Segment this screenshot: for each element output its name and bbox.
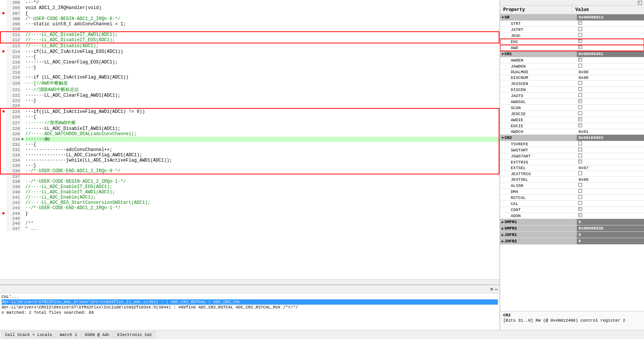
code-line[interactable]: //····LL_ADC_DisableIT_AWD1(ADC1); — [25, 32, 499, 37]
breakpoint-col[interactable] — [0, 98, 6, 103]
prop-child-row[interactable]: EXTSEL0x07 — [500, 165, 644, 171]
prop-child-value[interactable] — [577, 93, 644, 99]
expand-icon[interactable]: ▶ — [502, 227, 504, 231]
breakpoint-col[interactable] — [0, 163, 6, 168]
breakpoint-col[interactable] — [0, 174, 6, 179]
code-scroll[interactable]: 205···*/206void ADC1_2_IRQHandler(void)●… — [0, 0, 499, 279]
prop-child-row[interactable]: JEOCIE — [500, 111, 644, 117]
checkbox-unchecked[interactable] — [578, 171, 582, 175]
code-line[interactable]: ···{ — [25, 114, 499, 120]
breakpoint-col[interactable] — [0, 43, 6, 49]
code-line[interactable]: ·······LL_ADC_DisableIT_AWD1(ADC1); — [25, 126, 499, 131]
checkbox-checked[interactable] — [578, 21, 582, 25]
code-line[interactable]: ·······do — [25, 137, 499, 142]
code-line[interactable]: //·····ADC_WATCHDOG_DEAL(adcConvChannel)… — [25, 131, 499, 137]
code-line[interactable]: ···} — [25, 65, 499, 70]
code-line[interactable]: ···············LL_ADC_ClearFlag_AWD1(ADC… — [25, 153, 499, 158]
breakpoint-col[interactable] — [0, 93, 6, 98]
breakpoint-col[interactable] — [0, 5, 6, 11]
prop-child-row[interactable]: AWDEN — [500, 57, 644, 63]
breakpoint-col[interactable] — [0, 54, 6, 60]
prop-child-row[interactable]: EXTTRIG — [500, 159, 644, 165]
breakpoint-col[interactable] — [0, 126, 6, 131]
prop-child-value[interactable] — [577, 171, 644, 177]
prop-child-row[interactable]: AWDIE — [500, 117, 644, 123]
breakpoint-col[interactable] — [0, 205, 6, 211]
prop-child-value[interactable] — [577, 117, 644, 123]
code-line[interactable]: void ADC1_2_IRQHandler(void) — [25, 5, 499, 11]
breakpoint-col[interactable] — [0, 142, 6, 147]
prop-child-row[interactable]: DISCEN — [500, 87, 644, 93]
prop-child-row[interactable]: JSWSTART — [500, 153, 644, 159]
breakpoint-col[interactable] — [0, 75, 6, 80]
expand-icon[interactable]: ▶ — [502, 233, 504, 237]
code-line[interactable]: } — [25, 211, 499, 216]
prop-child-value[interactable] — [577, 183, 644, 189]
breakpoint-col[interactable] — [0, 195, 6, 200]
prop-child-value[interactable] — [577, 201, 644, 207]
breakpoint-col[interactable] — [0, 70, 6, 75]
prop-child-row[interactable]: SWSTART — [500, 147, 644, 153]
breakpoint-col[interactable] — [0, 168, 6, 174]
checkbox-checked[interactable] — [578, 213, 582, 217]
checkbox-unchecked[interactable] — [578, 148, 582, 151]
prop-child-row[interactable]: JDISCEN — [500, 81, 644, 87]
prop-child-value[interactable] — [577, 159, 644, 165]
code-line[interactable]: //····LL_ADC_EnableIT_EOS(ADC1); — [25, 184, 499, 190]
checkbox-unchecked[interactable] — [578, 195, 582, 199]
code-line[interactable]: ·······LL_ADC_ClearFlag_AWD1(ADC1); — [25, 93, 499, 98]
collapse-icon[interactable]: ▼ — [502, 52, 504, 56]
checkbox-unchecked[interactable] — [578, 201, 582, 205]
expand-icon[interactable]: ▶ — [502, 240, 504, 243]
collapse-icon[interactable]: ▼ — [502, 136, 504, 140]
prop-child-value[interactable] — [577, 213, 644, 219]
prop-child-row[interactable]: ALIGN — [500, 183, 644, 189]
breakpoint-col[interactable] — [0, 37, 6, 43]
prop-child-value[interactable] — [577, 189, 644, 195]
breakpoint-col[interactable]: ● — [0, 49, 6, 54]
breakpoint-col[interactable] — [0, 120, 6, 126]
prop-child-value[interactable]: 0x00 — [577, 177, 644, 183]
code-line[interactable]: ···if(LL_ADC_IsActiveFlag_EOS(ADC1)) — [25, 49, 499, 54]
breakpoint-col[interactable] — [0, 16, 6, 22]
checkbox-unchecked[interactable] — [578, 93, 582, 97]
prop-child-value[interactable] — [577, 123, 644, 129]
output-minimize-icon[interactable]: — — [495, 286, 498, 292]
breakpoint-col[interactable]: ● — [0, 211, 6, 216]
prop-child-value[interactable] — [577, 45, 644, 51]
breakpoint-col[interactable] — [0, 190, 6, 195]
code-line[interactable] — [25, 174, 499, 179]
prop-child-value[interactable] — [577, 147, 644, 153]
prop-child-row[interactable]: EOC — [500, 39, 644, 45]
prop-child-row[interactable]: DISCNUM0x00 — [500, 75, 644, 81]
breakpoint-col[interactable] — [0, 147, 6, 153]
prop-child-value[interactable] — [577, 87, 644, 93]
prop-child-value[interactable] — [577, 141, 644, 147]
prop-group-row[interactable]: ▼SR0x00000013 — [500, 14, 644, 21]
prop-child-row[interactable]: JEXTSEL0x00 — [500, 177, 644, 183]
breakpoint-col[interactable] — [0, 114, 6, 120]
breakpoint-col[interactable]: ● — [0, 11, 6, 16]
code-line[interactable] — [25, 216, 499, 221]
checkbox-unchecked[interactable] — [578, 111, 582, 115]
prop-child-row[interactable]: JAUTO — [500, 93, 644, 99]
prop-child-value[interactable]: 0x00 — [577, 75, 644, 81]
prop-child-row[interactable]: CONT — [500, 207, 644, 213]
property-scroll[interactable]: ▼SR0x00000013STRTJSTRTJEOCEOCAWD▼CR10x00… — [500, 14, 644, 311]
checkbox-unchecked[interactable] — [578, 27, 582, 31]
checkbox-checked[interactable] — [578, 207, 582, 211]
code-line[interactable]: ···{ — [25, 142, 499, 147]
prop-child-value[interactable] — [577, 111, 644, 117]
checkbox-checked[interactable] — [578, 58, 582, 62]
code-line[interactable]: ···static uint8_t adcConvChannel = 1; — [25, 22, 499, 27]
prop-child-row[interactable]: JAWDEN — [500, 63, 644, 69]
prop-child-value[interactable] — [577, 81, 644, 87]
bottom-tab[interactable]: DSDN @ Adc — [82, 331, 113, 338]
code-line[interactable] — [25, 103, 499, 108]
checkbox-unchecked[interactable] — [578, 81, 582, 85]
breakpoint-col[interactable] — [0, 158, 6, 163]
prop-child-row[interactable]: RSTCAL — [500, 195, 644, 201]
code-line[interactable]: //····LL_ADC_Disable(ADC1); — [25, 43, 499, 49]
code-line[interactable]: ·······LL_ADC_ClearFlag_EOS(ADC1); — [25, 60, 499, 65]
bottom-tab[interactable]: Watch 1 — [56, 331, 80, 338]
